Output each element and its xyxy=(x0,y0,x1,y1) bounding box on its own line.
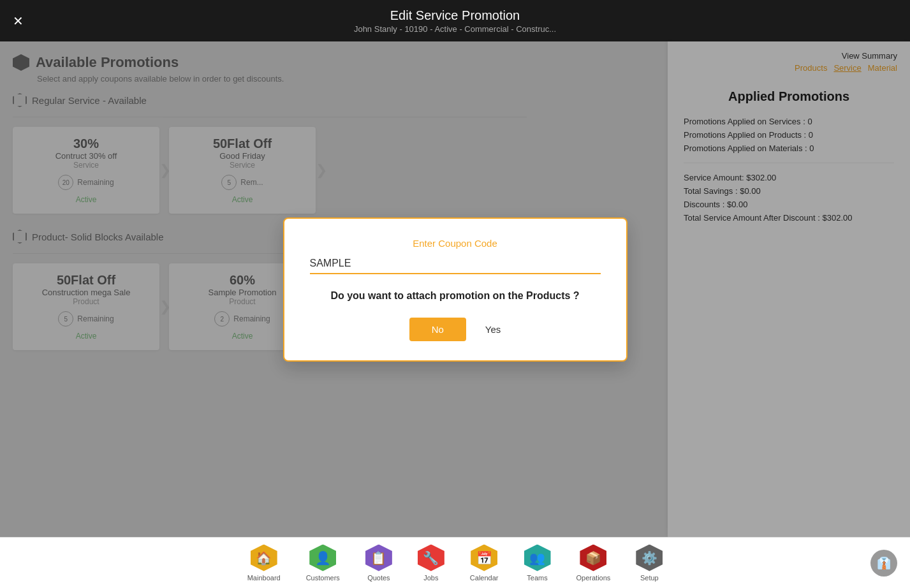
operations-icon: 📦 xyxy=(580,545,606,571)
quotes-icon: 📋 xyxy=(365,545,392,571)
nav-quotes[interactable]: 📋 Quotes xyxy=(365,545,392,582)
header-title: Edit Service Promotion John Stanly - 101… xyxy=(354,8,556,34)
nav-jobs[interactable]: 🔧 Jobs xyxy=(418,545,444,582)
user-avatar[interactable]: 👔 xyxy=(870,550,897,577)
jobs-icon: 🔧 xyxy=(418,545,444,571)
nav-operations[interactable]: 📦 Operations xyxy=(576,545,611,582)
mainboard-icon: 🏠 xyxy=(251,545,277,571)
nav-calendar[interactable]: 📅 Calendar xyxy=(470,545,499,582)
calendar-icon: 📅 xyxy=(471,545,497,571)
yes-button[interactable]: Yes xyxy=(485,318,501,341)
quotes-label: Quotes xyxy=(367,574,390,582)
page-title: Edit Service Promotion xyxy=(354,8,556,23)
nav-mainboard[interactable]: 🏠 Mainboard xyxy=(247,545,281,582)
header-subtitle: John Stanly - 10190 - Active - Commercia… xyxy=(354,24,556,34)
modal-overlay: Enter Coupon Code Do you want to attach … xyxy=(0,41,910,537)
teams-label: Teams xyxy=(527,574,547,582)
header: ✕ Edit Service Promotion John Stanly - 1… xyxy=(0,0,910,41)
jobs-label: Jobs xyxy=(423,574,438,582)
setup-icon: ⚙️ xyxy=(636,545,663,571)
modal-actions: No Yes xyxy=(310,318,601,341)
nav-teams[interactable]: 👥 Teams xyxy=(524,545,551,582)
customers-icon: 👤 xyxy=(309,545,336,571)
nav-customers[interactable]: 👤 Customers xyxy=(306,545,340,582)
teams-icon: 👥 xyxy=(524,545,551,571)
coupon-code-input[interactable] xyxy=(310,254,601,274)
operations-label: Operations xyxy=(576,574,611,582)
modal-question: Do you want to attach promotion on the P… xyxy=(310,290,601,302)
bottom-nav: 🏠 Mainboard 👤 Customers 📋 Quotes 🔧 Jobs … xyxy=(0,537,910,588)
calendar-label: Calendar xyxy=(470,574,499,582)
coupon-code-label: Enter Coupon Code xyxy=(310,238,601,249)
close-button[interactable]: ✕ xyxy=(13,15,24,27)
mainboard-label: Mainboard xyxy=(247,574,281,582)
coupon-modal: Enter Coupon Code Do you want to attach … xyxy=(283,217,627,362)
no-button[interactable]: No xyxy=(409,318,466,341)
customers-label: Customers xyxy=(306,574,340,582)
nav-setup[interactable]: ⚙️ Setup xyxy=(636,545,663,582)
setup-label: Setup xyxy=(640,574,659,582)
